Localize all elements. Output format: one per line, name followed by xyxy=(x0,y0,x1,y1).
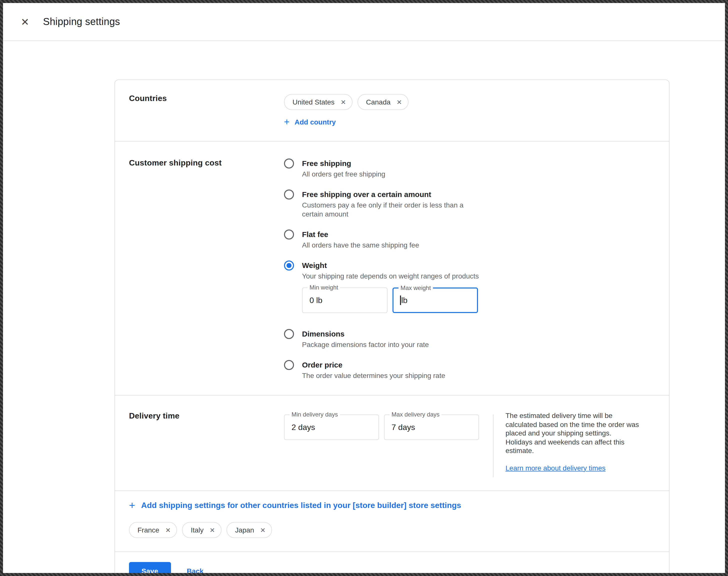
country-chip-japan: Japan ✕ xyxy=(227,522,272,538)
option-label: Free shipping over a certain amount xyxy=(302,190,479,200)
add-country-label: Add country xyxy=(294,118,336,126)
dialog-footer: Save Back xyxy=(115,552,669,573)
other-countries-section: + Add shipping settings for other countr… xyxy=(115,491,669,551)
option-description: All orders have the same shipping fee xyxy=(302,240,419,250)
radio-icon[interactable] xyxy=(284,190,294,200)
chip-label: United States xyxy=(292,98,334,106)
chip-label: Canada xyxy=(366,98,390,106)
option-label: Free shipping xyxy=(302,159,385,169)
window-frame: ✕ Shipping settings Countries United Sta… xyxy=(0,0,728,576)
max-delivery-days-value[interactable]: 7 days xyxy=(391,423,415,432)
remove-chip-icon[interactable]: ✕ xyxy=(396,98,403,106)
min-delivery-days-field[interactable]: Min delivery days 2 days xyxy=(284,414,379,440)
option-label: Order price xyxy=(302,360,445,370)
radio-icon[interactable] xyxy=(284,329,294,339)
option-free-shipping-over-amount[interactable]: Free shipping over a certain amount Cust… xyxy=(284,190,655,219)
shipping-cost-label: Customer shipping cost xyxy=(129,159,284,380)
delivery-time-label: Delivery time xyxy=(129,411,284,477)
option-free-shipping[interactable]: Free shipping All orders get free shippi… xyxy=(284,159,655,178)
radio-dot xyxy=(287,263,291,268)
max-weight-value[interactable]: lb xyxy=(401,296,408,305)
radio-icon-selected[interactable] xyxy=(284,260,294,270)
learn-more-link[interactable]: Learn more about delivery times xyxy=(505,464,606,472)
option-weight[interactable]: Weight Your shipping rate depends on wei… xyxy=(284,260,655,318)
delivery-help: The estimated delivery time will be calc… xyxy=(505,411,640,477)
chip-label: Italy xyxy=(191,526,204,534)
plus-icon: + xyxy=(284,117,290,126)
option-description: Customers pay a fee only if their order … xyxy=(302,201,479,219)
weight-fields: Min weight 0 lb Max weight lb xyxy=(302,288,479,313)
countries-section: Countries United States ✕ Canada ✕ xyxy=(115,80,669,141)
help-divider xyxy=(493,414,494,477)
shipping-cost-options: Free shipping All orders get free shippi… xyxy=(284,159,655,380)
country-chips: United States ✕ Canada ✕ xyxy=(284,94,655,110)
add-other-countries-label: Add shipping settings for other countrie… xyxy=(141,501,461,510)
delivery-fields: Min delivery days 2 days Max delivery da… xyxy=(284,414,479,477)
max-weight-field-label: Max weight xyxy=(399,285,433,291)
dialog-header: ✕ Shipping settings xyxy=(3,3,725,41)
max-weight-field[interactable]: Max weight lb xyxy=(392,288,478,313)
radio-icon[interactable] xyxy=(284,360,294,370)
add-other-countries-button[interactable]: + Add shipping settings for other countr… xyxy=(129,500,461,511)
option-label: Weight xyxy=(302,260,479,270)
close-icon[interactable]: ✕ xyxy=(15,12,35,32)
plus-icon: + xyxy=(129,500,135,511)
country-chip-italy: Italy ✕ xyxy=(182,522,222,538)
option-description: Your shipping rate depends on weight ran… xyxy=(302,271,479,281)
min-weight-field[interactable]: Min weight 0 lb xyxy=(302,288,387,313)
option-description: Package dimensions factor into your rate xyxy=(302,340,429,349)
min-weight-value[interactable]: 0 lb xyxy=(310,296,322,305)
option-flat-fee[interactable]: Flat fee All orders have the same shippi… xyxy=(284,230,655,250)
remove-chip-icon[interactable]: ✕ xyxy=(164,526,172,534)
chip-label: France xyxy=(138,526,159,534)
delivery-time-section: Delivery time Min delivery days 2 days M… xyxy=(115,396,669,490)
option-description: All orders get free shipping xyxy=(302,170,385,178)
remove-chip-icon[interactable]: ✕ xyxy=(340,98,347,106)
country-chip-united-states: United States ✕ xyxy=(284,94,352,110)
remove-chip-icon[interactable]: ✕ xyxy=(208,526,216,534)
remove-chip-icon[interactable]: ✕ xyxy=(259,526,266,534)
min-delivery-days-label: Min delivery days xyxy=(290,411,340,418)
page-title: Shipping settings xyxy=(43,16,120,28)
settings-card: Countries United States ✕ Canada ✕ xyxy=(115,80,670,573)
countries-label: Countries xyxy=(129,94,284,127)
max-delivery-days-label: Max delivery days xyxy=(389,411,441,418)
radio-icon[interactable] xyxy=(284,159,294,169)
add-country-button[interactable]: + Add country xyxy=(284,117,336,126)
min-weight-field-label: Min weight xyxy=(308,284,340,291)
radio-icon[interactable] xyxy=(284,230,294,239)
other-country-chips: France ✕ Italy ✕ Japan ✕ xyxy=(129,522,655,538)
min-delivery-days-value[interactable]: 2 days xyxy=(291,423,315,432)
country-chip-canada: Canada ✕ xyxy=(357,94,408,110)
shipping-cost-section: Customer shipping cost Free shipping All… xyxy=(115,142,669,395)
option-label: Dimensions xyxy=(302,329,429,339)
country-chip-france: France ✕ xyxy=(129,522,177,538)
option-dimensions[interactable]: Dimensions Package dimensions factor int… xyxy=(284,329,655,349)
max-delivery-days-field[interactable]: Max delivery days 7 days xyxy=(384,414,479,440)
option-order-price[interactable]: Order price The order value determines y… xyxy=(284,360,655,380)
shipping-settings-dialog: ✕ Shipping settings Countries United Sta… xyxy=(3,3,725,573)
option-label: Flat fee xyxy=(302,230,419,239)
save-button[interactable]: Save xyxy=(129,562,171,573)
back-button[interactable]: Back xyxy=(184,566,206,573)
option-description: The order value determines your shipping… xyxy=(302,371,445,380)
delivery-help-text: The estimated delivery time will be calc… xyxy=(505,411,640,455)
chip-label: Japan xyxy=(235,526,254,534)
text-cursor xyxy=(400,295,401,305)
